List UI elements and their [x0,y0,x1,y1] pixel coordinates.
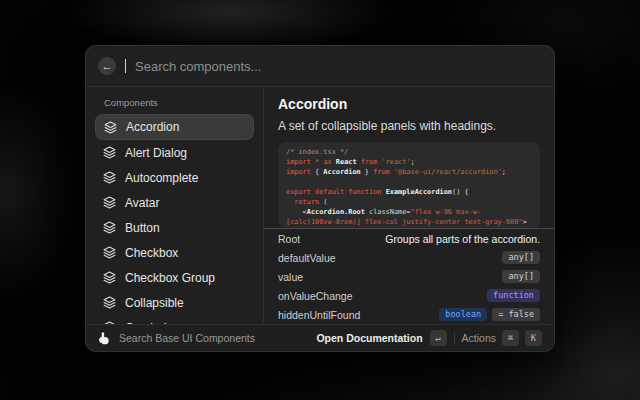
sidebar-item-label: Alert Dialog [125,146,187,160]
prop-row-defaultvalue[interactable]: defaultValueany[] [264,248,554,267]
base-ui-logo [98,332,111,345]
layers-icon [103,271,116,284]
prop-name: Root [278,233,300,245]
props-list: RootGroups all parts of the accordion.de… [264,228,554,324]
command-palette-dialog: ← Components AccordionAlert DialogAutoco… [85,45,555,352]
prop-row-hiddenuntilfound[interactable]: hiddenUntilFoundboolean= false [264,305,554,324]
back-arrow-icon: ← [102,61,113,72]
footer-bar: Search Base UI Components Open Documenta… [86,324,554,351]
code-line: <Accordion.Root className="flex w-96 max… [286,207,532,217]
sidebar-item-combobox[interactable]: Combobox [95,315,254,324]
sidebar-item-accordion[interactable]: Accordion [95,114,254,140]
prop-value: boolean= false [439,308,540,321]
prop-name: onValueChange [278,290,353,302]
code-line: import * as React from 'react'; [286,157,532,167]
footer-divider [454,332,455,344]
prop-value: function [487,289,540,302]
component-description: A set of collapsible panels with heading… [278,119,540,133]
search-input[interactable] [135,59,542,74]
code-line [286,177,532,187]
prop-badge: boolean [439,308,487,321]
sidebar-item-label: Checkbox [125,246,178,260]
layers-icon [103,196,116,209]
layers-icon [103,171,116,184]
components-sidebar: Components AccordionAlert DialogAutocomp… [86,87,264,324]
search-bar: ← [86,46,554,87]
sidebar-item-label: Autocomplete [125,171,198,185]
code-line: [calc(100vw-8rem)] flex-col justify-cent… [286,217,532,227]
sidebar-item-label: Checkbox Group [125,271,215,285]
sidebar-item-autocomplete[interactable]: Autocomplete [95,165,254,190]
layers-icon [104,121,117,134]
prop-value: any[] [502,270,540,283]
page-title: Accordion [278,96,540,112]
sidebar-group-header: Components [104,97,254,108]
prop-name: value [278,271,303,283]
sidebar-item-alert-dialog[interactable]: Alert Dialog [95,140,254,165]
sidebar-item-checkbox-group[interactable]: Checkbox Group [95,265,254,290]
prop-value: Groups all parts of the accordion. [385,233,540,245]
enter-key-icon: ↵ [430,330,447,346]
sidebar-item-label: Collapsible [125,296,184,310]
code-line: return ( [286,197,532,207]
detail-panel: Accordion A set of collapsible panels wi… [264,87,554,324]
text-caret [125,59,126,73]
code-line: import { Accordion } from '@base-ui/reac… [286,167,532,177]
layers-icon [103,296,116,309]
actions-label: Actions [462,332,496,344]
sidebar-item-collapsible[interactable]: Collapsible [95,290,254,315]
open-documentation-label: Open Documentation [316,332,422,344]
footer-actions: Open Documentation ↵ Actions ⌘ K [316,330,542,346]
k-key-icon: K [525,330,542,346]
prop-badge: any[] [502,251,540,264]
layers-icon [103,221,116,234]
command-key-icon: ⌘ [502,330,519,346]
prop-badge: any[] [502,270,540,283]
layers-icon [103,246,116,259]
sidebar-item-label: Button [125,221,160,235]
prop-description: Groups all parts of the accordion. [385,233,540,245]
sidebar-item-label: Accordion [126,120,179,134]
sidebar-item-button[interactable]: Button [95,215,254,240]
back-button[interactable]: ← [98,57,116,75]
code-line: /* index.tsx */ [286,147,532,157]
code-line: export default function ExampleAccordion… [286,187,532,197]
layers-icon [103,146,116,159]
actions-button[interactable]: Actions ⌘ K [462,330,542,346]
sidebar-item-avatar[interactable]: Avatar [95,190,254,215]
prop-row-root[interactable]: RootGroups all parts of the accordion. [264,229,554,248]
prop-badge: function [487,289,540,302]
sidebar-item-label: Avatar [125,196,159,210]
prop-value: any[] [502,251,540,264]
prop-row-value[interactable]: valueany[] [264,267,554,286]
prop-badge: = false [492,308,540,321]
dialog-body: Components AccordionAlert DialogAutocomp… [86,87,554,324]
prop-name: defaultValue [278,252,336,264]
code-block[interactable]: /* index.tsx */import * as React from 'r… [278,142,540,228]
footer-brand-label: Search Base UI Components [119,332,255,344]
prop-row-onvaluechange[interactable]: onValueChangefunction [264,286,554,305]
open-documentation-button[interactable]: Open Documentation ↵ [316,330,446,346]
sidebar-list: AccordionAlert DialogAutocompleteAvatarB… [95,114,254,324]
sidebar-item-checkbox[interactable]: Checkbox [95,240,254,265]
detail-header: Accordion A set of collapsible panels wi… [264,87,554,228]
prop-name: hiddenUntilFound [278,309,360,321]
